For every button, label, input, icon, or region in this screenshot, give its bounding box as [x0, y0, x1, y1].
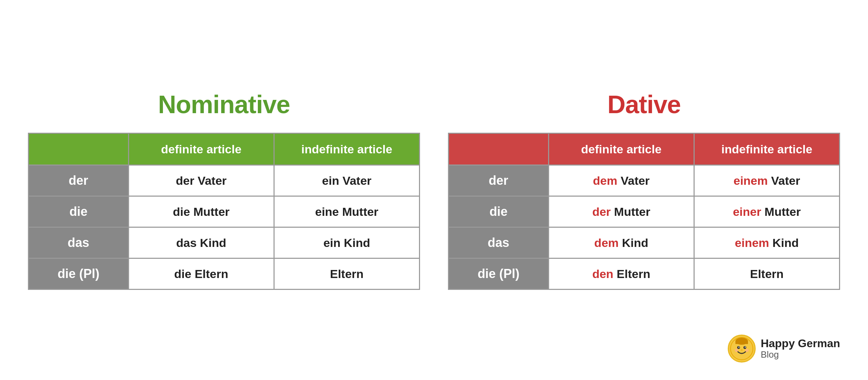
nom-row-0: der der Vater ein Vater — [29, 165, 420, 196]
nom-indefinite-2: ein Kind — [274, 227, 419, 258]
brand-text: Happy German Blog — [761, 337, 840, 360]
dat-definite-3: den Eltern — [548, 258, 694, 290]
dat-definite-0: dem Vater — [548, 165, 694, 196]
nom-definite-0: der Vater — [128, 165, 274, 196]
nom-indefinite-3: Eltern — [274, 258, 419, 290]
nominative-title: Nominative — [158, 90, 290, 119]
main-container: Nominative definite article indefinite a… — [28, 90, 840, 290]
svg-point-9 — [741, 349, 743, 351]
dative-title: Dative — [607, 90, 681, 119]
dat-indefinite-2: einem Kind — [694, 227, 839, 258]
dat-definite-2: dem Kind — [548, 227, 694, 258]
branding: Happy German Blog — [728, 335, 840, 363]
brand-sub: Blog — [761, 350, 840, 360]
dat-indefinite-1: einer Mutter — [694, 196, 839, 227]
dat-gender-0: der — [449, 165, 549, 196]
dat-row-2: das dem Kind einem Kind — [449, 227, 840, 258]
nom-gender-3: die (Pl) — [29, 258, 129, 290]
dat-row-1: die der Mutter einer Mutter — [449, 196, 840, 227]
dative-table: definite article indefinite article der … — [448, 133, 840, 290]
dat-definite-1: der Mutter — [548, 196, 694, 227]
dat-indef-article-0: einem — [733, 174, 768, 187]
nominative-table: definite article indefinite article der … — [28, 133, 420, 290]
nom-row-3: die (Pl) die Eltern Eltern — [29, 258, 420, 290]
dat-gender-2: das — [449, 227, 549, 258]
nom-gender-2: das — [29, 227, 129, 258]
nom-row-2: das das Kind ein Kind — [29, 227, 420, 258]
brand-name: Happy German — [761, 337, 840, 350]
dat-indef-article-1: einer — [733, 205, 761, 218]
nom-header-row: definite article indefinite article — [29, 133, 420, 165]
nom-gender-0: der — [29, 165, 129, 196]
nom-header-definite: definite article — [128, 133, 274, 165]
nom-definite-2: das Kind — [128, 227, 274, 258]
dative-section: Dative definite article indefinite artic… — [448, 90, 840, 290]
dat-header-col1 — [449, 133, 549, 165]
dat-indef-article-2: einem — [735, 236, 769, 249]
nominative-section: Nominative definite article indefinite a… — [28, 90, 420, 290]
dat-gender-1: die — [449, 196, 549, 227]
dat-row-0: der dem Vater einem Vater — [449, 165, 840, 196]
nom-header-col1 — [29, 133, 129, 165]
dat-row-3: die (Pl) den Eltern Eltern — [449, 258, 840, 290]
nom-row-1: die die Mutter eine Mutter — [29, 196, 420, 227]
nom-definite-1: die Mutter — [128, 196, 274, 227]
dat-indefinite-0: einem Vater — [694, 165, 839, 196]
dat-header-definite: definite article — [548, 133, 694, 165]
dat-def-article-0: dem — [593, 174, 618, 187]
nom-indefinite-1: eine Mutter — [274, 196, 419, 227]
svg-point-7 — [735, 349, 738, 352]
dat-def-article-3: den — [592, 267, 613, 280]
svg-point-6 — [745, 347, 746, 348]
dat-def-article-2: dem — [594, 236, 619, 249]
brand-avatar — [728, 335, 756, 363]
svg-point-5 — [739, 347, 740, 348]
brand-logo-icon — [729, 336, 754, 361]
dat-header-indefinite: indefinite article — [694, 133, 839, 165]
svg-rect-2 — [735, 341, 748, 344]
nom-header-indefinite: indefinite article — [274, 133, 419, 165]
nom-indefinite-0: ein Vater — [274, 165, 419, 196]
nom-gender-1: die — [29, 196, 129, 227]
dat-gender-3: die (Pl) — [449, 258, 549, 290]
dat-header-row: definite article indefinite article — [449, 133, 840, 165]
svg-point-8 — [745, 349, 749, 352]
dat-indefinite-3: Eltern — [694, 258, 839, 290]
dat-def-article-1: der — [592, 205, 611, 218]
nom-definite-3: die Eltern — [128, 258, 274, 290]
